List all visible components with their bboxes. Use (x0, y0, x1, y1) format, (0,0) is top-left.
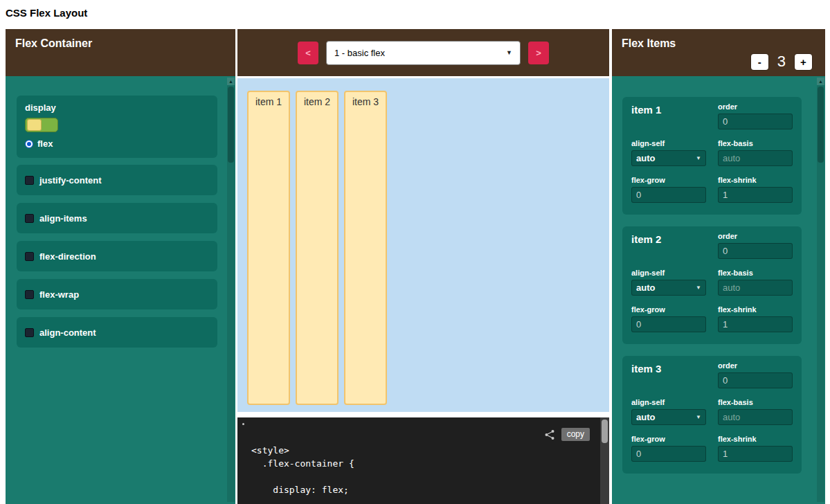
flex-grow-input[interactable] (631, 187, 706, 203)
flex-grow-label: flex-grow (631, 305, 706, 314)
chevron-down-icon: ▼ (696, 285, 701, 291)
align-self-value: auto (636, 282, 655, 293)
align-items-checkbox[interactable] (25, 214, 34, 223)
example-select-value: 1 - basic flex (334, 48, 385, 58)
preview-item-1: item 1 (247, 91, 290, 405)
align-self-select[interactable]: auto ▼ (631, 150, 706, 166)
example-toolbar: < 1 - basic flex ▼ > (237, 29, 609, 76)
code-line: .flex-container { (251, 457, 354, 470)
order-label: order (718, 232, 793, 240)
flex-container-header: Flex Container (6, 29, 235, 76)
justify-content-label: justify-content (39, 175, 102, 186)
code-scrollbar[interactable] (600, 417, 609, 504)
display-group: display flex (17, 96, 217, 158)
item-1-card: item 1 order align-self auto ▼ flex-basi… (622, 97, 802, 215)
align-content-checkbox[interactable] (25, 328, 34, 337)
copy-button[interactable]: copy (561, 428, 590, 441)
flex-direction-checkbox[interactable] (25, 252, 34, 261)
align-self-select[interactable]: auto ▼ (631, 280, 706, 296)
order-input[interactable] (718, 372, 793, 388)
display-toggle[interactable] (25, 118, 58, 132)
align-self-value: auto (636, 412, 655, 422)
scrollbar-thumb[interactable] (228, 87, 234, 163)
justify-content-checkbox[interactable] (25, 176, 34, 185)
display-toggle-knob (27, 119, 42, 131)
flex-basis-label: flex-basis (718, 269, 793, 277)
flex-basis-input[interactable] (718, 409, 793, 425)
share-icon[interactable] (544, 429, 555, 440)
align-items-label: align-items (39, 213, 87, 224)
flex-shrink-label: flex-shrink (718, 435, 793, 443)
page-title: CSS Flex Layout (6, 7, 87, 19)
flex-wrap-checkbox[interactable] (25, 290, 34, 299)
example-select[interactable]: 1 - basic flex ▼ (326, 41, 521, 65)
display-label: display (25, 102, 209, 113)
align-self-value: auto (636, 153, 655, 163)
code-panel: copy <style> .flex-container { display: … (237, 417, 609, 504)
flex-shrink-label: flex-shrink (718, 305, 793, 314)
align-self-select[interactable]: auto ▼ (631, 409, 706, 425)
code-line: <style> (251, 444, 354, 457)
order-input[interactable] (718, 243, 793, 259)
flex-radio-label: flex (37, 138, 53, 149)
align-content-label: align-content (39, 327, 96, 338)
add-item-button[interactable]: + (795, 54, 812, 70)
scroll-up-icon[interactable]: ▲ (817, 78, 824, 85)
flex-basis-input[interactable] (718, 150, 793, 166)
flex-shrink-input[interactable] (718, 187, 793, 203)
preview-item-3: item 3 (344, 91, 387, 405)
align-items-group: align-items (17, 203, 217, 233)
chevron-down-icon: ▼ (696, 414, 701, 420)
flex-radio[interactable] (25, 140, 33, 148)
flex-direction-group: flex-direction (17, 241, 217, 271)
flex-shrink-label: flex-shrink (718, 176, 793, 184)
align-content-group: align-content (17, 317, 217, 348)
flex-preview-area: item 1 item 2 item 3 (237, 78, 609, 412)
flex-grow-label: flex-grow (631, 435, 706, 443)
flex-basis-label: flex-basis (718, 398, 793, 406)
chevron-down-icon: ▼ (506, 49, 512, 56)
align-self-label: align-self (631, 139, 706, 147)
justify-content-group: justify-content (17, 165, 217, 195)
item-1-title: item 1 (631, 104, 661, 116)
next-example-button[interactable]: > (528, 42, 549, 64)
flex-grow-input[interactable] (631, 446, 706, 462)
preview-item-2: item 2 (296, 91, 339, 405)
code-dot (242, 423, 244, 425)
scroll-up-icon[interactable]: ▲ (227, 78, 235, 85)
prev-example-button[interactable]: < (298, 42, 318, 64)
item-count: 3 (777, 53, 786, 71)
flex-basis-label: flex-basis (718, 139, 793, 147)
left-panel-scrollbar[interactable]: ▲ (227, 78, 235, 502)
align-self-label: align-self (631, 269, 706, 277)
order-label: order (718, 361, 793, 370)
align-self-label: align-self (631, 398, 706, 406)
flex-items-panel: Flex Items - 3 + item 1 order align-self… (612, 29, 825, 504)
flex-container-panel: Flex Container display flex justify-cont… (6, 29, 235, 504)
flex-grow-input[interactable] (631, 316, 706, 332)
order-label: order (718, 102, 793, 111)
code-line: display: flex; (251, 483, 354, 496)
flex-grow-label: flex-grow (631, 176, 706, 184)
flex-basis-input[interactable] (718, 280, 793, 296)
code-line (251, 470, 354, 483)
scrollbar-thumb[interactable] (818, 87, 824, 163)
chevron-down-icon: ▼ (696, 155, 701, 161)
flex-wrap-group: flex-wrap (17, 279, 217, 309)
item-2-title: item 2 (631, 233, 661, 245)
item-3-title: item 3 (631, 363, 661, 375)
right-panel-scrollbar[interactable]: ▲ (817, 78, 824, 502)
code-text: <style> .flex-container { display: flex; (251, 444, 354, 496)
remove-item-button[interactable]: - (751, 54, 768, 70)
flex-shrink-input[interactable] (718, 316, 793, 332)
item-2-card: item 2 order align-self auto ▼ flex-basi… (622, 226, 802, 344)
order-input[interactable] (718, 114, 793, 129)
item-3-card: item 3 order align-self auto ▼ flex-basi… (622, 356, 802, 474)
code-scrollbar-thumb[interactable] (602, 420, 608, 443)
flex-shrink-input[interactable] (718, 446, 793, 462)
flex-direction-label: flex-direction (39, 251, 96, 262)
flex-wrap-label: flex-wrap (39, 289, 79, 300)
